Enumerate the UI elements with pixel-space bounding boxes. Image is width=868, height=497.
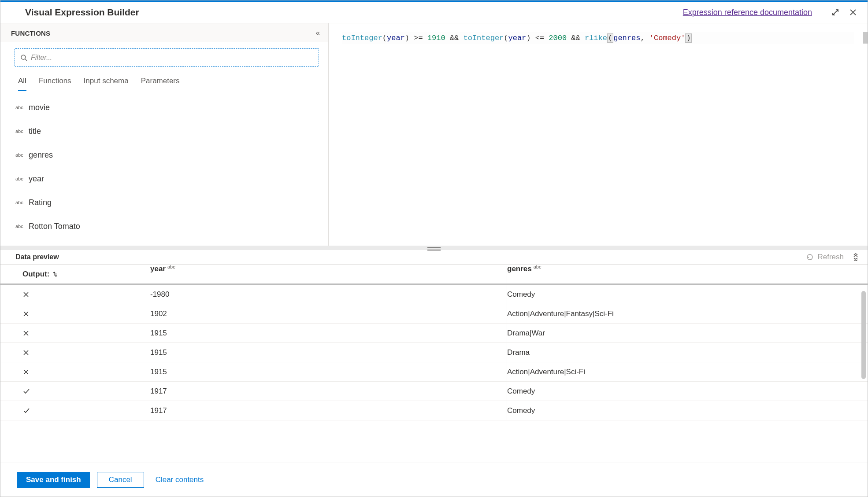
genres-cell: Drama|War: [507, 324, 868, 342]
functions-panel: FUNCTIONS « All Functions Input schema P…: [0, 23, 329, 246]
preview-grid: Output: yearabc genresabc -1980 Comedy 1…: [0, 265, 868, 463]
search-icon: [20, 54, 27, 61]
schema-item[interactable]: abcyear: [15, 167, 328, 191]
column-genres[interactable]: genresabc: [507, 265, 868, 283]
horizontal-splitter[interactable]: [0, 246, 868, 250]
filter-input-wrapper[interactable]: [15, 48, 319, 67]
table-row[interactable]: 1917 Comedy: [0, 382, 868, 401]
output-cell: [22, 285, 150, 304]
type-badge: abc: [15, 105, 29, 110]
schema-item[interactable]: abcRotton Tomato: [15, 214, 328, 238]
filter-input[interactable]: [31, 54, 313, 62]
expression-text[interactable]: toInteger(year) >= 1910 && toInteger(yea…: [342, 32, 854, 44]
genres-cell: Action|Adventure|Fantasy|Sci-Fi: [507, 304, 868, 323]
functions-panel-title: FUNCTIONS: [11, 29, 316, 37]
year-cell: -1980: [150, 285, 507, 304]
year-cell: 1902: [150, 304, 507, 323]
grid-scrollbar[interactable]: [861, 291, 866, 379]
schema-item-name: Rotton Tomato: [29, 222, 80, 231]
functions-panel-header: FUNCTIONS «: [0, 23, 328, 42]
column-output[interactable]: Output:: [22, 265, 150, 283]
tab-parameters[interactable]: Parameters: [141, 77, 180, 91]
schema-item-name: Rating: [29, 198, 52, 207]
sort-icon: [52, 271, 58, 277]
genres-cell: Comedy: [507, 382, 868, 401]
type-badge: abc: [15, 129, 29, 134]
type-badge: abc: [15, 176, 29, 181]
schema-list: abcmovieabctitleabcgenresabcyearabcRatin…: [0, 91, 328, 246]
output-cell: [22, 324, 150, 342]
schema-item[interactable]: abcRating: [15, 191, 328, 214]
save-button[interactable]: Save and finish: [17, 472, 90, 488]
genres-cell: Drama: [507, 343, 868, 362]
table-row[interactable]: 1915 Action|Adventure|Sci-Fi: [0, 362, 868, 382]
type-badge: abc: [15, 224, 29, 229]
svg-point-0: [21, 55, 26, 59]
genres-cell: Comedy: [507, 401, 868, 420]
tab-input-schema[interactable]: Input schema: [84, 77, 129, 91]
schema-item[interactable]: abctitle: [15, 119, 328, 143]
table-row[interactable]: 1902 Action|Adventure|Fantasy|Sci-Fi: [0, 304, 868, 324]
main-split: FUNCTIONS « All Functions Input schema P…: [0, 23, 868, 246]
refresh-label: Refresh: [817, 253, 844, 261]
tab-all[interactable]: All: [18, 77, 26, 91]
genres-cell: Action|Adventure|Sci-Fi: [507, 362, 868, 381]
dialog-footer: Save and finish Cancel Clear contents: [0, 463, 868, 497]
preview-title: Data preview: [15, 253, 806, 261]
schema-item-name: movie: [29, 103, 50, 112]
refresh-icon: [806, 253, 814, 261]
cancel-button[interactable]: Cancel: [97, 472, 144, 488]
year-cell: 1915: [150, 362, 507, 381]
close-icon[interactable]: [848, 7, 858, 17]
dialog-header: Visual Expression Builder Expression ref…: [0, 2, 868, 23]
collapse-panel-icon[interactable]: «: [316, 29, 320, 37]
genres-cell: Comedy: [507, 285, 868, 304]
table-row[interactable]: 1915 Drama: [0, 343, 868, 362]
year-cell: 1915: [150, 324, 507, 342]
refresh-button[interactable]: Refresh: [806, 253, 844, 261]
expression-editor[interactable]: toInteger(year) >= 1910 && toInteger(yea…: [329, 23, 868, 246]
schema-item-name: genres: [29, 151, 53, 160]
table-row[interactable]: 1915 Drama|War: [0, 324, 868, 343]
dialog-title: Visual Expression Builder: [25, 7, 683, 18]
output-cell: [22, 362, 150, 381]
schema-item-name: title: [29, 127, 41, 136]
year-cell: 1915: [150, 343, 507, 362]
type-badge: abc: [15, 152, 29, 158]
table-row[interactable]: 1917 Comedy: [0, 401, 868, 420]
grid-header-row: Output: yearabc genresabc: [0, 265, 868, 285]
type-badge: abc: [15, 200, 29, 205]
collapse-preview-icon[interactable]: [853, 253, 859, 261]
output-cell: [22, 304, 150, 323]
schema-item[interactable]: abcgenres: [15, 143, 328, 167]
expand-icon[interactable]: [831, 7, 840, 17]
editor-scrollbar[interactable]: [863, 32, 868, 44]
table-row[interactable]: -1980 Comedy: [0, 285, 868, 304]
year-cell: 1917: [150, 382, 507, 401]
column-year[interactable]: yearabc: [150, 265, 507, 283]
output-cell: [22, 382, 150, 401]
clear-contents-button[interactable]: Clear contents: [156, 475, 204, 484]
year-cell: 1917: [150, 401, 507, 420]
doc-link[interactable]: Expression reference documentation: [683, 8, 812, 17]
output-cell: [22, 401, 150, 420]
schema-item-name: year: [29, 174, 44, 184]
schema-item[interactable]: abcmovie: [15, 96, 328, 119]
output-cell: [22, 343, 150, 362]
preview-header: Data preview Refresh: [0, 250, 868, 265]
functions-tabs: All Functions Input schema Parameters: [0, 69, 328, 91]
tab-functions[interactable]: Functions: [39, 77, 71, 91]
